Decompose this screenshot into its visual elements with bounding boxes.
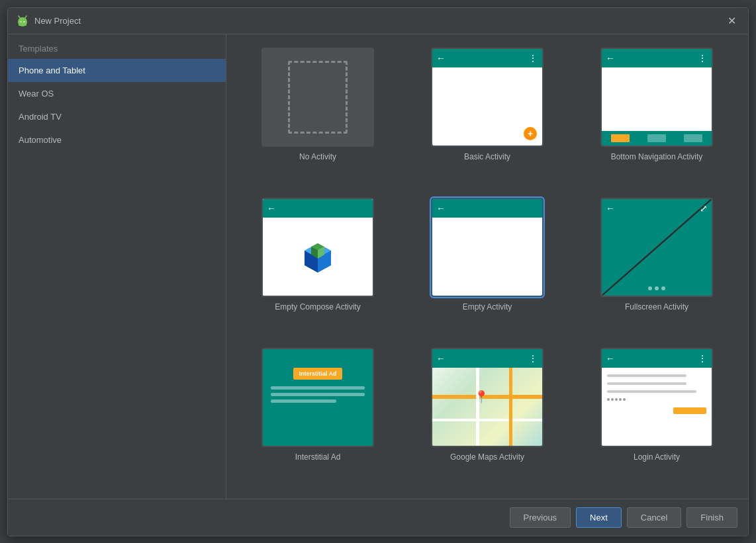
back-arrow-icon: ← <box>606 353 615 364</box>
back-arrow-icon: ← <box>606 53 615 63</box>
sidebar-item-phone-tablet[interactable]: Phone and Tablet <box>8 59 226 82</box>
title-bar: New Project ✕ <box>8 8 748 34</box>
templates-grid: No Activity ← ⋮ + <box>240 48 735 485</box>
svg-line-4 <box>19 16 20 18</box>
bottom-nav-toolbar: ← ⋮ <box>602 49 712 67</box>
login-dots <box>607 398 706 401</box>
login-line-3 <box>607 390 696 393</box>
interstitial-line-3 <box>271 399 336 403</box>
compose-toolbar: ← <box>263 199 373 218</box>
dot-4 <box>619 398 622 401</box>
template-login-activity[interactable]: ← ⋮ <box>579 348 735 485</box>
basic-activity-body: + <box>432 67 542 146</box>
template-thumb-fullscreen: ← ⤢ <box>600 198 713 297</box>
new-project-dialog: New Project ✕ Templates Phone and Tablet… <box>7 7 749 536</box>
dot-1 <box>648 286 652 290</box>
sidebar-item-android-tv[interactable]: Android TV <box>8 105 226 128</box>
template-interstitial-ad[interactable]: Interstitial Ad Interstitial Ad <box>240 348 396 485</box>
svg-rect-1 <box>19 21 26 26</box>
template-google-maps-activity[interactable]: ← ⋮ 📍 <box>409 348 565 485</box>
template-bottom-nav-activity[interactable]: ← ⋮ Bottom Navigation Activity <box>579 48 735 185</box>
next-button[interactable]: Next <box>576 507 622 528</box>
nav-item-3 <box>684 134 702 142</box>
login-toolbar: ← ⋮ <box>602 349 712 368</box>
dot-2 <box>655 286 659 290</box>
dot-5 <box>623 398 626 401</box>
road-v2 <box>509 368 512 446</box>
map-body: 📍 <box>432 368 542 446</box>
template-basic-activity[interactable]: ← ⋮ + Basic Activity <box>409 48 565 185</box>
back-arrow-icon: ← <box>436 53 446 63</box>
previous-button[interactable]: Previous <box>510 507 571 528</box>
login-line-1 <box>607 374 686 377</box>
template-label-interstitial: Interstitial Ad <box>295 452 341 462</box>
dot-3 <box>661 286 665 290</box>
back-arrow-icon: ← <box>436 203 446 214</box>
login-body <box>602 368 712 446</box>
dialog-title: New Project <box>34 16 724 26</box>
template-fullscreen-activity[interactable]: ← ⤢ <box>579 198 735 335</box>
sidebar-item-automotive[interactable]: Automotive <box>8 128 226 151</box>
menu-dots-icon: ⋮ <box>528 53 538 63</box>
no-activity-dashed-rect <box>288 61 348 134</box>
fullscreen-diagonal-line <box>602 199 712 296</box>
cancel-button[interactable]: Cancel <box>627 507 681 528</box>
interstitial-badge-text: Interstitial Ad <box>293 368 342 380</box>
finish-button[interactable]: Finish <box>686 507 737 528</box>
template-thumb-no-activity <box>261 48 374 147</box>
svg-point-2 <box>21 21 22 22</box>
template-thumb-empty-activity: ← <box>431 198 543 297</box>
template-no-activity[interactable]: No Activity <box>240 48 396 185</box>
menu-dots-icon: ⋮ <box>528 353 538 364</box>
dialog-footer: Previous Next Cancel Finish <box>8 499 748 536</box>
svg-point-3 <box>24 21 25 22</box>
template-label-fullscreen: Fullscreen Activity <box>625 302 688 312</box>
bottom-nav-bar <box>602 131 712 146</box>
close-button[interactable]: ✕ <box>724 13 740 28</box>
interstitial-line-2 <box>271 393 365 396</box>
road-v1 <box>476 368 479 446</box>
template-label-empty-activity: Empty Activity <box>463 302 512 312</box>
template-empty-activity[interactable]: ← Empty Activity <box>409 198 565 335</box>
sidebar-item-wear-os[interactable]: Wear OS <box>8 82 226 105</box>
template-thumb-login: ← ⋮ <box>600 348 713 447</box>
compose-body <box>263 218 373 296</box>
login-line-2 <box>607 382 686 385</box>
template-empty-compose-activity[interactable]: ← <box>240 198 396 335</box>
template-label-basic-activity: Basic Activity <box>464 152 510 161</box>
basic-activity-toolbar: ← ⋮ <box>432 49 542 67</box>
template-label-empty-compose: Empty Compose Activity <box>275 302 360 312</box>
fab-button: + <box>524 127 537 140</box>
template-thumb-basic-activity: ← ⋮ + <box>431 48 543 147</box>
maps-toolbar: ← ⋮ <box>432 349 542 368</box>
template-label-bottom-nav: Bottom Navigation Activity <box>611 152 703 161</box>
template-thumb-maps: ← ⋮ 📍 <box>431 348 543 447</box>
road-h2 <box>432 419 542 421</box>
template-label-login: Login Activity <box>634 452 680 462</box>
template-thumb-bottom-nav: ← ⋮ <box>600 48 713 147</box>
dot-1 <box>607 398 610 401</box>
nav-item-2 <box>647 134 666 142</box>
sidebar: Templates Phone and Tablet Wear OS Andro… <box>8 34 226 499</box>
interstitial-lines <box>268 386 367 403</box>
sidebar-section-title: Templates <box>8 34 226 59</box>
expand-icon: ⤢ <box>700 203 708 214</box>
bottom-nav-body <box>602 67 712 131</box>
svg-line-5 <box>25 16 26 18</box>
template-thumb-empty-compose: ← <box>261 198 374 297</box>
login-action-button <box>673 407 706 414</box>
android-icon <box>16 14 29 27</box>
dot-2 <box>611 398 614 401</box>
empty-activity-toolbar: ← <box>432 199 542 218</box>
map-pin: 📍 <box>474 390 489 404</box>
template-thumb-interstitial: Interstitial Ad <box>261 348 374 447</box>
templates-main-panel: No Activity ← ⋮ + <box>226 34 748 499</box>
menu-dots-icon: ⋮ <box>698 353 708 364</box>
back-arrow-icon: ← <box>436 353 446 364</box>
compose-icon <box>301 240 334 273</box>
dialog-content: Templates Phone and Tablet Wear OS Andro… <box>8 34 748 499</box>
template-label-no-activity: No Activity <box>299 152 336 161</box>
svg-line-13 <box>602 199 712 296</box>
empty-activity-body <box>432 218 542 296</box>
back-arrow-icon: ← <box>267 203 276 214</box>
